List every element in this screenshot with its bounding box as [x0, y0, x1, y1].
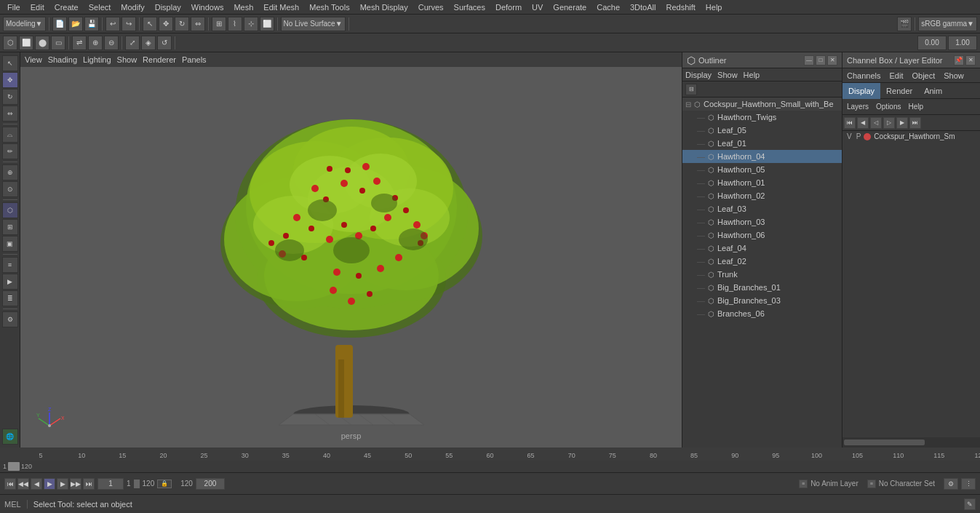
next-key-btn[interactable]: ▶▶: [70, 478, 81, 490]
open-file-btn[interactable]: 📂: [68, 17, 83, 31]
menu-edit[interactable]: Edit: [26, 0, 49, 15]
ch-go-prev[interactable]: ◀: [857, 117, 869, 129]
paint-btn[interactable]: ✏: [2, 143, 18, 159]
display-tab-render[interactable]: Render: [880, 83, 918, 99]
gamma-selector[interactable]: sRGB gamma ▼: [918, 17, 977, 31]
settings-btn2[interactable]: ⚙: [944, 478, 958, 490]
outliner-item-twigs[interactable]: — ⬡ Hawthorn_Twigs: [682, 111, 842, 124]
outliner-item-leaf04[interactable]: — ⬡ Leaf_04: [682, 242, 842, 255]
timeline-current-marker[interactable]: [8, 462, 20, 471]
cb-close-btn[interactable]: ✕: [965, 55, 976, 65]
render-btn[interactable]: ▶: [2, 274, 18, 290]
undo-btn[interactable]: ↩: [105, 17, 120, 31]
viewport-menu-shading[interactable]: Shading: [48, 55, 77, 64]
select-btn[interactable]: ↖: [2, 55, 18, 71]
channel-hscrollbar[interactable]: [842, 437, 980, 448]
extrude-btn[interactable]: ⤢: [125, 36, 140, 50]
outliner-item-hawthorn04[interactable]: — ⬡ Hawthorn_04: [682, 150, 842, 163]
outliner-menu-display[interactable]: Display: [685, 71, 712, 79]
new-file-btn[interactable]: 📄: [52, 17, 67, 31]
poly-cyl-btn[interactable]: ⬤: [35, 36, 49, 50]
outliner-item-hawthorn01[interactable]: — ⬡ Hawthorn_01: [682, 176, 842, 189]
outliner-root-item[interactable]: ⊟ ⬡ Cockspur_Hawthorn_Small_with_Be: [682, 98, 842, 111]
outliner-minimize-btn[interactable]: —: [804, 55, 814, 65]
menu-3dtoall[interactable]: 3DtoAll: [626, 0, 660, 15]
ch-go-next[interactable]: ▶: [896, 117, 908, 129]
bevel-btn[interactable]: ◈: [141, 36, 156, 50]
outliner-maximize-btn[interactable]: □: [816, 55, 826, 65]
move-btn[interactable]: ✥: [2, 72, 18, 88]
prev-frame-btn[interactable]: ◀: [31, 478, 42, 490]
move-tool-btn[interactable]: ✥: [159, 17, 173, 31]
rot-btn[interactable]: ↻: [2, 89, 18, 105]
mirror-btn[interactable]: ⇌: [72, 36, 87, 50]
next-frame-btn[interactable]: ▶: [57, 478, 68, 490]
cb-tab-channels[interactable]: Channels: [842, 68, 885, 83]
snap-point-btn[interactable]: ⊹: [244, 17, 258, 31]
poly-sphere-btn[interactable]: ⬡: [3, 36, 17, 50]
snap-curve-btn[interactable]: ⌇: [228, 17, 242, 31]
scale-tool-btn[interactable]: ⇔: [191, 17, 205, 31]
redo-btn[interactable]: ↪: [121, 17, 136, 31]
menu-mesh[interactable]: Mesh: [229, 0, 258, 15]
layer-tab-help[interactable]: Help: [905, 100, 926, 114]
attr-btn[interactable]: ⚙: [2, 311, 18, 327]
outliner-filter-btn[interactable]: ⊟: [685, 84, 697, 95]
menu-file[interactable]: File: [3, 0, 25, 15]
outliner-close-btn[interactable]: ✕: [827, 55, 837, 65]
ch-play[interactable]: ▷: [883, 117, 895, 129]
menu-deform[interactable]: Deform: [491, 0, 526, 15]
menu-edit-mesh[interactable]: Edit Mesh: [259, 0, 303, 15]
menu-cache[interactable]: Cache: [592, 0, 624, 15]
input-field2[interactable]: 1.00: [948, 36, 977, 50]
timeline-ruler[interactable]: 5101520253035404550556065707580859095100…: [0, 448, 980, 461]
range-lock-btn[interactable]: 🔒: [157, 480, 172, 488]
viewport-menu-renderer[interactable]: Renderer: [143, 55, 176, 64]
outliner-item-leaf01[interactable]: — ⬡ Leaf_01: [682, 137, 842, 150]
outliner-item-bigbranches01[interactable]: — ⬡ Big_Branches_01: [682, 281, 842, 294]
mode-selector[interactable]: Modeling ▼: [3, 17, 46, 31]
cb-pin-btn[interactable]: 📌: [954, 55, 964, 65]
poly-plane-btn[interactable]: ▭: [51, 36, 65, 50]
channels-btn[interactable]: ≣: [2, 290, 18, 306]
menu-generate[interactable]: Generate: [549, 0, 591, 15]
play-btn[interactable]: ▶: [44, 478, 55, 490]
menu-help[interactable]: Help: [701, 0, 727, 15]
view-cube[interactable]: ⬡: [2, 202, 18, 218]
outliner-item-hawthorn06[interactable]: — ⬡ Hawthorn_06: [682, 228, 842, 242]
anim-layer-icon[interactable]: ≡: [799, 480, 808, 488]
menu-mesh-tools[interactable]: Mesh Tools: [305, 0, 354, 15]
outliner-item-leaf03[interactable]: — ⬡ Leaf_03: [682, 202, 842, 215]
cb-tab-object[interactable]: Object: [907, 68, 939, 83]
outliner-item-hawthorn02[interactable]: — ⬡ Hawthorn_02: [682, 189, 842, 202]
grid-btn[interactable]: ⊞: [2, 219, 18, 235]
menu-redshift[interactable]: Redshift: [661, 0, 699, 15]
anim-end-input[interactable]: [196, 478, 225, 490]
save-file-btn[interactable]: 💾: [84, 17, 99, 31]
viewport-menu-lighting[interactable]: Lighting: [83, 55, 111, 64]
current-frame-input[interactable]: [97, 478, 124, 490]
display-tab-anim[interactable]: Anim: [918, 83, 948, 99]
cb-tab-edit[interactable]: Edit: [885, 68, 907, 83]
outliner-item-branches06[interactable]: — ⬡ Branches_06: [682, 307, 842, 320]
viewport-menu-panels[interactable]: Panels: [182, 55, 207, 64]
display-tab-display[interactable]: Display: [842, 83, 880, 99]
channel-hscroll-thumb[interactable]: [844, 440, 925, 445]
lasso-btn[interactable]: ⌓: [2, 127, 18, 143]
world-icon[interactable]: 🌐: [2, 429, 18, 445]
poly-cube-btn[interactable]: ⬜: [19, 36, 33, 50]
combine-btn[interactable]: ⊕: [88, 36, 103, 50]
sep-btn[interactable]: ⊖: [104, 36, 119, 50]
ch-go-prev2[interactable]: ◁: [870, 117, 882, 129]
live-surface-btn[interactable]: No Live Surface ▼: [281, 17, 346, 31]
outliner-item-leaf05[interactable]: — ⬡ Leaf_05: [682, 124, 842, 137]
viewport[interactable]: View Shading Lighting Show Renderer Pane…: [20, 52, 682, 448]
outliner-item-hawthorn05[interactable]: — ⬡ Hawthorn_05: [682, 163, 842, 176]
outliner-item-hawthorn03[interactable]: — ⬡ Hawthorn_03: [682, 215, 842, 228]
layer-tab-options[interactable]: Options: [873, 100, 904, 114]
magnet-btn[interactable]: ⊙: [2, 181, 18, 197]
menu-windows[interactable]: Windows: [187, 0, 228, 15]
layer-tab-layers[interactable]: Layers: [844, 100, 872, 114]
outliner-item-bigbranches03[interactable]: — ⬡ Big_Branches_03: [682, 294, 842, 307]
outliner-item-trunk[interactable]: — ⬡ Trunk: [682, 268, 842, 281]
